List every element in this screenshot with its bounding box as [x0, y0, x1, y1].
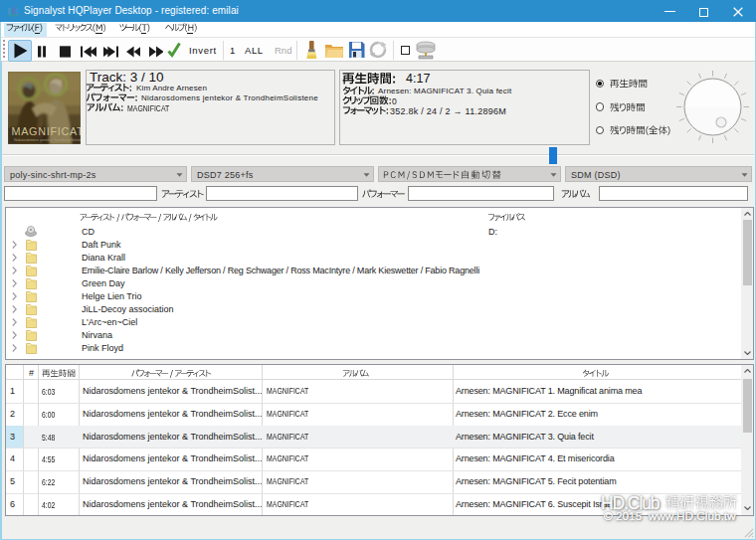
svg-text:Nidarosdomens jentekor Trondhe: Nidarosdomens jentekor TrondheimSolisten… [14, 138, 81, 142]
svg-text:MAGNIFICAT: MAGNIFICAT [12, 125, 82, 137]
